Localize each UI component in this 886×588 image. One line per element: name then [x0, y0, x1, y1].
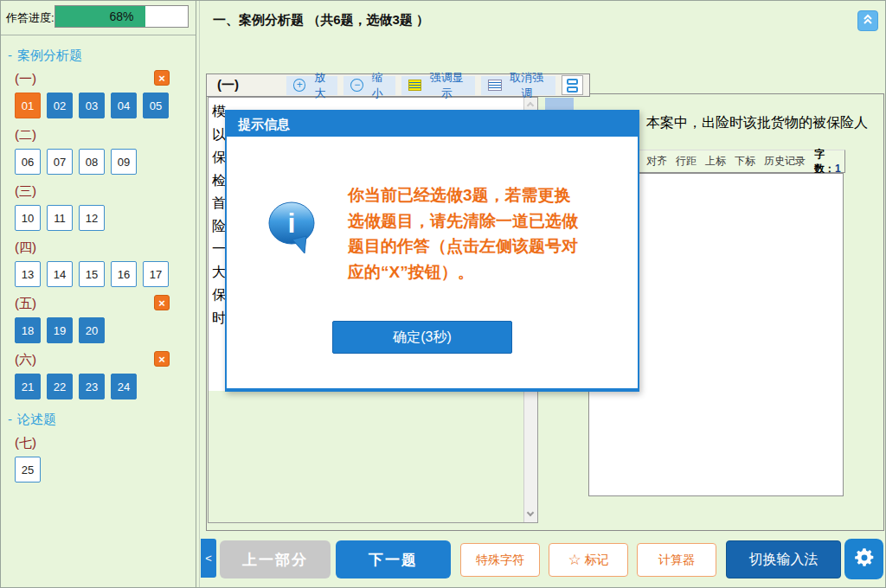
group-label: (五) — [15, 296, 36, 310]
footer-tools: 特殊字符☆标记计算器 — [460, 543, 716, 577]
question-button-17[interactable]: 17 — [143, 261, 169, 287]
tool-button[interactable]: 计算器 — [637, 543, 716, 577]
toolbar-buttons: +放大−缩小强调显示取消强调 — [286, 75, 589, 95]
question-button-20[interactable]: 20 — [79, 317, 105, 343]
dialog-message-line: 选做题目，请先清除一道已选做 — [348, 208, 635, 234]
clear-selection-button[interactable]: × — [154, 295, 170, 310]
next-question-button[interactable]: 下一题 — [336, 540, 451, 578]
exam-app-window: 作答进度: 68% -案例分析题(一)×0102030405(二)0607080… — [0, 0, 886, 588]
settings-button[interactable] — [844, 539, 883, 579]
clear-selection-button[interactable]: × — [154, 70, 170, 86]
progress-value: 68% — [55, 6, 188, 27]
svg-text:i: i — [288, 208, 296, 239]
question-group-row: (六)× — [15, 351, 196, 368]
tool-button-label: 计算器 — [658, 553, 695, 568]
section-title[interactable]: -案例分析题 — [8, 46, 196, 65]
question-button-11[interactable]: 11 — [47, 205, 73, 231]
scroll-top-button[interactable] — [857, 10, 878, 31]
collapse-minus-icon: - — [8, 48, 12, 62]
toolbar-button-highlight[interactable]: 强调显示 — [401, 76, 476, 95]
toolbar-button-label: 强调显示 — [425, 70, 468, 101]
scroll-up-icon[interactable] — [527, 102, 534, 109]
question-button-04[interactable]: 04 — [111, 93, 137, 118]
star-icon: ☆ — [568, 553, 581, 567]
question-button-09[interactable]: 09 — [111, 149, 137, 175]
question-button-10[interactable]: 10 — [15, 205, 41, 231]
format-tool-button[interactable]: 下标 — [735, 154, 755, 169]
question-group-row: (五)× — [15, 295, 196, 312]
mark-button[interactable]: ☆标记 — [549, 543, 628, 577]
question-button-02[interactable]: 02 — [47, 93, 73, 118]
question-group-row: (三) — [15, 182, 196, 200]
question-button-01[interactable]: 01 — [15, 93, 41, 118]
group-label: (一) — [15, 71, 36, 86]
toolbar-button-label: 缩小 — [367, 70, 388, 101]
question-button-row: 0102030405 — [15, 93, 196, 118]
question-group-row: (一)× — [15, 70, 196, 87]
question-button-row: 1314151617 — [15, 261, 196, 287]
format-tools: 对齐行距上标下标历史记录 — [646, 154, 806, 169]
notice-dialog: 提示信息 i 你当前已经选做3题，若需更换选做题目，请先清除一道已选做题目的作答… — [225, 110, 639, 392]
toolbar-button-minus[interactable]: −缩小 — [343, 76, 395, 95]
question-button-14[interactable]: 14 — [47, 261, 73, 287]
question-button-19[interactable]: 19 — [47, 317, 73, 343]
format-tool-button[interactable]: 上标 — [705, 154, 726, 169]
question-button-22[interactable]: 22 — [47, 374, 73, 399]
question-toolbar: (一) +放大−缩小强调显示取消强调 — [206, 74, 590, 97]
question-button-row: 06070809 — [15, 149, 196, 175]
question-text-fragment: 本案中，出险时该批货物的被保险人 — [646, 114, 868, 132]
sidebar: 作答进度: 68% -案例分析题(一)×0102030405(二)0607080… — [1, 1, 196, 587]
format-tool-button[interactable]: 行距 — [676, 154, 697, 169]
format-tool-button[interactable]: 历史记录 — [764, 154, 806, 169]
tool-button[interactable]: 特殊字符 — [460, 543, 540, 577]
dialog-title: 提示信息 — [227, 112, 638, 137]
split-view-icon — [567, 79, 578, 93]
group-label: (七) — [15, 435, 36, 450]
switch-ime-button[interactable]: 切换输入法 — [726, 540, 841, 578]
section-title[interactable]: -论述题 — [8, 410, 196, 429]
word-count-label: 字数： — [814, 148, 835, 175]
question-button-15[interactable]: 15 — [79, 261, 105, 287]
question-button-18[interactable]: 18 — [15, 317, 41, 343]
dialog-message-line: 题目的作答（点击左侧该题号对 — [348, 233, 635, 259]
question-button-row: 101112 — [15, 205, 196, 231]
question-button-06[interactable]: 06 — [15, 149, 41, 175]
question-button-23[interactable]: 23 — [79, 374, 105, 399]
question-button-16[interactable]: 16 — [111, 261, 137, 287]
clear-selection-button[interactable]: × — [154, 351, 170, 367]
dialog-message-line: 应的“X”按钮）。 — [348, 259, 635, 285]
question-navigator: -案例分析题(一)×0102030405(二)06070809(三)101112… — [1, 46, 196, 483]
question-button-24[interactable]: 24 — [111, 374, 137, 399]
dialog-message-line: 你当前已经选做3题，若需更换 — [348, 182, 635, 208]
question-button-21[interactable]: 21 — [15, 374, 41, 399]
minus-icon: − — [350, 79, 363, 92]
section-heading: 一、案例分析题 （共6题，选做3题 ） — [213, 12, 429, 29]
question-section-label: (一) — [217, 77, 286, 93]
chevron-double-up-icon — [862, 13, 874, 29]
question-group-row: (七) — [15, 434, 196, 451]
toolbar-button-label: 取消强调 — [505, 70, 549, 101]
sidebar-collapse-tab[interactable]: < — [201, 539, 216, 578]
group-label: (六) — [15, 352, 36, 367]
question-button-05[interactable]: 05 — [143, 93, 169, 118]
progress-label: 作答进度: — [6, 10, 55, 26]
previous-section-button[interactable]: 上一部分 — [220, 540, 331, 578]
question-button-row: 181920 — [15, 317, 196, 343]
question-button-13[interactable]: 13 — [15, 261, 41, 287]
question-button-12[interactable]: 12 — [79, 205, 105, 231]
split-view-button[interactable] — [562, 75, 583, 95]
section-title-label: 论述题 — [17, 412, 56, 426]
question-button-08[interactable]: 08 — [79, 149, 105, 175]
format-tool-button[interactable]: 对齐 — [646, 154, 667, 169]
obscured-element-fragment — [545, 98, 574, 111]
question-button-25[interactable]: 25 — [15, 457, 41, 483]
confirm-button[interactable]: 确定(3秒) — [332, 321, 512, 354]
group-label: (三) — [15, 183, 36, 198]
tool-button-label: 特殊字符 — [476, 553, 524, 568]
toolbar-button-unhighlight[interactable]: 取消强调 — [481, 76, 555, 95]
question-button-row: 21222324 — [15, 374, 196, 399]
toolbar-button-plus[interactable]: +放大 — [286, 76, 337, 95]
question-button-07[interactable]: 07 — [47, 149, 73, 175]
question-button-03[interactable]: 03 — [79, 93, 105, 118]
scroll-down-icon[interactable] — [527, 509, 534, 516]
